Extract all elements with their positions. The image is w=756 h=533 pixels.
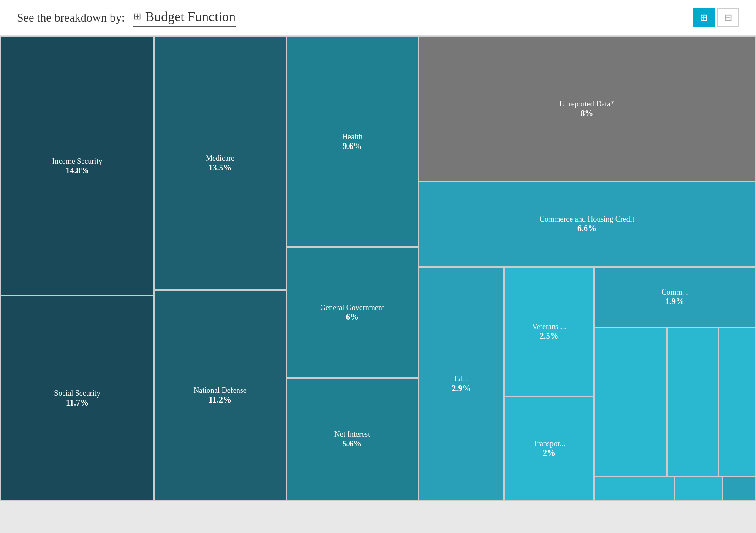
general-government-label: General Government	[316, 303, 388, 312]
tiny-cell-3[interactable]	[719, 328, 755, 476]
tiny-cells-row	[595, 328, 755, 476]
treemap-midleft-column: Medicare 13.5% National Defense 11.2%	[155, 37, 286, 500]
education-cell[interactable]: Ed... 2.9%	[419, 268, 503, 500]
commerce-housing-row: Commerce and Housing Credit 6.6%	[419, 182, 755, 266]
general-government-value: 6%	[346, 312, 359, 322]
medicare-label: Medicare	[201, 154, 239, 163]
national-defense-label: National Defense	[189, 386, 250, 395]
veterans-cell[interactable]: Veterans ... 2.5%	[505, 268, 593, 396]
net-interest-label: Net Interest	[330, 430, 374, 439]
bottom-right-row: Ed... 2.9% Veterans ... 2.5% Transpor...…	[419, 268, 755, 500]
education-value: 2.9%	[452, 384, 471, 393]
commerce-housing-value: 6.6%	[577, 224, 596, 233]
bottom-tiny-3[interactable]	[723, 477, 755, 500]
bottom-tiny-row	[595, 477, 755, 500]
treemap-right-area: Unreported Data* 8% Commerce and Housing…	[419, 37, 755, 500]
header-left: See the breakdown by: ⊞ Budget Function	[17, 9, 236, 27]
unreported-data-cell[interactable]: Unreported Data* 8%	[419, 37, 755, 181]
national-defense-value: 11.2%	[209, 395, 231, 405]
transportation-value: 2%	[543, 448, 555, 458]
net-interest-cell[interactable]: Net Interest 5.6%	[287, 379, 418, 500]
budget-function-button[interactable]: ⊞ Budget Function	[133, 9, 236, 27]
commerce2-label: Comm...	[657, 288, 692, 297]
national-defense-cell[interactable]: National Defense 11.2%	[155, 291, 286, 500]
veterans-transport-column: Veterans ... 2.5% Transpor... 2%	[505, 268, 593, 500]
income-security-cell[interactable]: Income Security 14.8%	[1, 37, 153, 295]
top-right-row: Unreported Data* 8%	[419, 37, 755, 181]
view-toggle: ⊞ ⊟	[693, 8, 739, 27]
income-security-label: Income Security	[48, 157, 106, 166]
commerce2-value: 1.9%	[665, 297, 684, 306]
net-interest-value: 5.6%	[343, 439, 362, 449]
tiny-cell-1[interactable]	[595, 328, 666, 476]
comm-tiny-column: Comm... 1.9%	[595, 268, 755, 500]
breakdown-label: See the breakdown by:	[17, 11, 125, 24]
header: See the breakdown by: ⊞ Budget Function …	[0, 0, 756, 36]
commerce2-cell[interactable]: Comm... 1.9%	[595, 268, 755, 327]
medicare-value: 13.5%	[209, 163, 232, 173]
unreported-value: 8%	[581, 108, 593, 118]
income-security-value: 14.8%	[66, 166, 89, 176]
treemap-left-column: Income Security 14.8% Social Security 11…	[1, 37, 153, 500]
education-label: Ed...	[450, 375, 473, 384]
commerce-housing-label: Commerce and Housing Credit	[535, 215, 638, 224]
social-security-label: Social Security	[50, 389, 104, 398]
health-cell[interactable]: Health 9.6%	[287, 37, 418, 246]
tiny-cell-2[interactable]	[668, 328, 718, 476]
table-icon: ⊞	[133, 11, 141, 22]
social-security-value: 11.7%	[66, 398, 89, 408]
general-government-cell[interactable]: General Government 6%	[287, 248, 418, 377]
treemap-chart: Income Security 14.8% Social Security 11…	[0, 36, 756, 501]
health-value: 9.6%	[343, 141, 362, 151]
medicare-cell[interactable]: Medicare 13.5%	[155, 37, 286, 289]
veterans-value: 2.5%	[540, 331, 559, 341]
table-icon: ⊟	[724, 12, 732, 23]
table-view-button[interactable]: ⊟	[717, 8, 739, 27]
transportation-cell[interactable]: Transpor... 2%	[505, 397, 593, 500]
treemap-view-button[interactable]: ⊞	[693, 8, 715, 27]
treemap-health-column: Health 9.6% General Government 6% Net In…	[287, 37, 418, 500]
veterans-label: Veterans ...	[528, 322, 570, 331]
budget-function-label: Budget Function	[145, 9, 236, 24]
bottom-tiny-1[interactable]	[595, 477, 674, 500]
bottom-tiny-2[interactable]	[675, 477, 722, 500]
commerce-housing-cell[interactable]: Commerce and Housing Credit 6.6%	[419, 182, 755, 266]
health-label: Health	[338, 133, 367, 141]
treemap-icon: ⊞	[700, 12, 707, 23]
unreported-label: Unreported Data*	[555, 100, 618, 108]
transportation-label: Transpor...	[529, 439, 570, 448]
social-security-cell[interactable]: Social Security 11.7%	[1, 296, 153, 500]
